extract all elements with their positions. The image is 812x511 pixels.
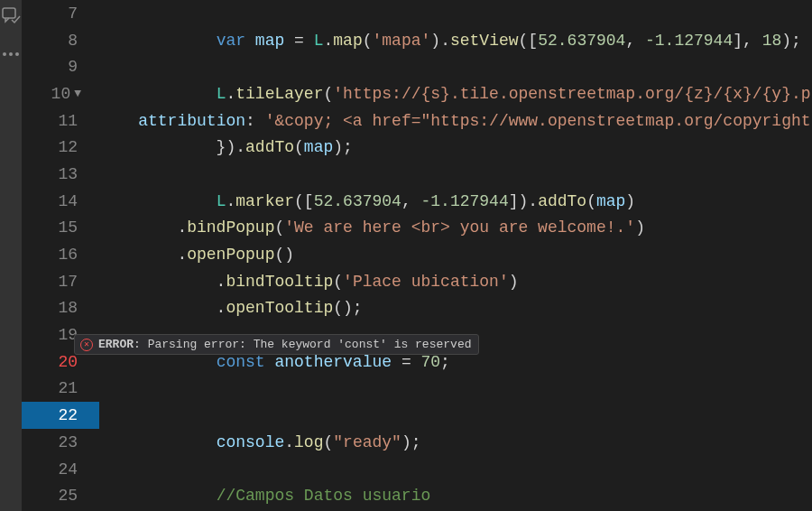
line-number: 17 — [58, 273, 78, 291]
more-icon[interactable] — [0, 43, 22, 65]
code-line[interactable] — [92, 456, 812, 483]
line-number-gutter: 78910▼111213141516171819202122232425 — [22, 0, 92, 511]
gutter-row: 14 — [22, 188, 92, 215]
comment-check-icon[interactable] — [0, 5, 22, 27]
line-number: 7 — [68, 5, 78, 23]
svg-point-1 — [3, 52, 6, 56]
gutter-row: 24 — [22, 456, 92, 483]
gutter-row: 16 — [22, 241, 92, 268]
line-number: 10 — [51, 85, 71, 103]
code-line[interactable]: .openTooltip(); — [92, 295, 812, 322]
gutter-row: 8 — [22, 27, 92, 54]
code-line[interactable] — [92, 0, 812, 27]
code-line[interactable]: .openPopup() — [92, 241, 812, 268]
code-editor[interactable]: 78910▼111213141516171819202122232425 var… — [22, 0, 812, 511]
code-area[interactable]: var map = L.map('mapa').setView([52.6379… — [92, 0, 812, 511]
gutter-row: 17 — [22, 268, 92, 295]
gutter-row: 10▼ — [22, 80, 92, 107]
svg-point-2 — [9, 52, 13, 56]
gutter-row: 23 — [22, 429, 92, 456]
line-number: 21 — [58, 379, 78, 397]
gutter-row: 22 — [22, 402, 92, 429]
error-text: ERROR: Parsing error: The keyword 'const… — [98, 338, 471, 351]
error-tooltip: ✕ ERROR: Parsing error: The keyword 'con… — [74, 334, 479, 355]
code-line[interactable] — [92, 402, 812, 429]
code-line[interactable] — [92, 53, 812, 80]
line-number: 14 — [58, 192, 78, 210]
line-number: 9 — [68, 58, 78, 76]
line-number: 24 — [58, 460, 78, 478]
code-line[interactable]: L.marker([52.637904, -1.127944]).addTo(m… — [92, 188, 812, 215]
svg-rect-0 — [3, 8, 15, 18]
line-number: 12 — [58, 138, 78, 156]
code-line[interactable] — [92, 376, 812, 403]
gutter-row: 7 — [22, 0, 92, 27]
code-line[interactable]: var map = L.map('mapa').setView([52.6379… — [92, 27, 812, 54]
line-number: 25 — [58, 487, 78, 505]
code-line[interactable]: console.log("ready"); — [92, 429, 812, 456]
error-icon: ✕ — [80, 339, 93, 351]
gutter-row: 15 — [22, 215, 92, 242]
line-number: 20 — [58, 353, 78, 371]
line-number: 15 — [58, 218, 78, 237]
code-line[interactable] — [92, 161, 812, 188]
code-line[interactable]: }).addTo(map); — [92, 134, 812, 161]
line-number: 23 — [58, 433, 78, 451]
line-number: 16 — [58, 246, 78, 264]
gutter-row: 13 — [22, 161, 92, 188]
fold-icon[interactable]: ▼ — [74, 87, 81, 100]
gutter-row: 18 — [22, 295, 92, 322]
gutter-row: 9 — [22, 53, 92, 80]
gutter-row: 11 — [22, 107, 92, 135]
line-number: 8 — [68, 32, 78, 50]
code-line[interactable]: .bindPopup('We are here <br> you are wel… — [92, 215, 812, 242]
gutter-row: 21 — [22, 376, 92, 403]
code-line[interactable]: //Campos Datos usuario — [92, 482, 812, 509]
svg-point-3 — [15, 52, 19, 56]
activity-bar — [0, 0, 22, 511]
line-number: 22 — [58, 406, 78, 424]
gutter-row: 25 — [22, 482, 92, 509]
code-line[interactable]: L.tileLayer('https://{s}.tile.openstreet… — [92, 80, 812, 107]
code-line[interactable]: .bindTooltip('Place ubication') — [92, 268, 812, 295]
gutter-row: 12 — [22, 134, 92, 161]
line-number: 11 — [58, 112, 78, 130]
code-line[interactable]: attribution: '&copy; <a href="https://ww… — [92, 107, 812, 135]
line-number: 13 — [58, 165, 78, 183]
line-number: 18 — [58, 299, 78, 317]
